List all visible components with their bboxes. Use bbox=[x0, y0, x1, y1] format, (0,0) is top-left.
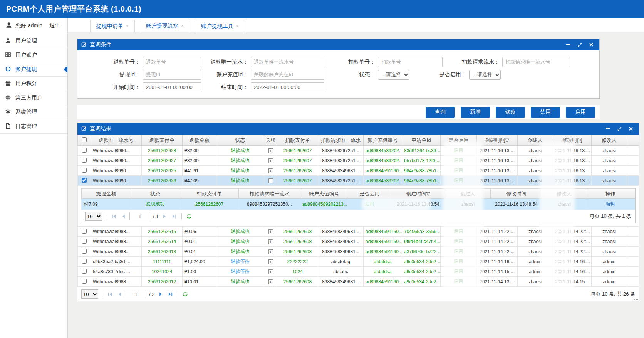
table-row[interactable]: Withdrawal8990...25661262628¥82.00退款成功+2… bbox=[78, 146, 639, 156]
row-checkbox[interactable] bbox=[82, 178, 87, 183]
table-row[interactable]: Withdrawal8988...25661262613¥0.01退款成功+25… bbox=[78, 247, 639, 257]
cell: 退款成功 bbox=[216, 176, 264, 186]
withdraw-id-input[interactable] bbox=[143, 70, 201, 80]
table-row[interactable]: Withdrawal8988...25661262615¥0.06退款成功+25… bbox=[78, 227, 639, 237]
logout-link[interactable]: 退出 bbox=[49, 22, 60, 29]
tab-close-icon[interactable]: × bbox=[236, 24, 239, 29]
tab-close-icon[interactable]: × bbox=[126, 24, 129, 29]
expand-row-icon[interactable]: + bbox=[268, 249, 273, 254]
cell: ad89884589202... bbox=[364, 146, 402, 156]
column-header: 扣款支付单 bbox=[277, 135, 318, 146]
deduct-flow-input[interactable] bbox=[502, 57, 570, 67]
expand-row-icon[interactable]: + bbox=[268, 229, 273, 234]
row-checkbox[interactable] bbox=[82, 158, 87, 163]
close-icon[interactable] bbox=[587, 41, 595, 49]
table-row[interactable]: Withdrawal8988...25661262614¥0.01退款成功+25… bbox=[78, 237, 639, 247]
tab-withdraw-flow[interactable]: 账户提现流水 × bbox=[140, 19, 190, 32]
expand-row-icon[interactable]: + bbox=[268, 239, 273, 244]
resize-grip[interactable] bbox=[634, 297, 638, 301]
collapse-row-icon[interactable]: − bbox=[268, 178, 273, 183]
cell: ad89884591160... bbox=[364, 277, 402, 287]
enable-button[interactable]: 启用 bbox=[566, 107, 595, 118]
page-number-input[interactable] bbox=[126, 290, 146, 298]
sidebar-item-user-management[interactable]: 用户管理 bbox=[0, 34, 67, 48]
select-all-checkbox[interactable] bbox=[82, 137, 87, 142]
expand-row-icon[interactable]: + bbox=[268, 269, 273, 274]
first-page-button[interactable] bbox=[106, 291, 113, 298]
next-page-button[interactable] bbox=[161, 213, 168, 220]
table-row[interactable]: c9b83ba2-ba3d-...11111111¥1,024.00退款等待+2… bbox=[78, 257, 639, 267]
edit-button[interactable]: 修改 bbox=[496, 107, 525, 118]
sidebar-item-user-accounts[interactable]: 用户账户 bbox=[0, 48, 67, 62]
cell: ad89884591160... bbox=[364, 247, 402, 257]
subgrid-data-row[interactable]: ¥47.09提现成功256612626078988458297251350...… bbox=[82, 199, 635, 210]
sidebar-item-account-withdraw[interactable]: 账户提现 bbox=[0, 62, 67, 77]
expand-row-icon[interactable]: + bbox=[268, 259, 273, 264]
tab-withdraw-apply[interactable]: 提现申请单 × bbox=[90, 20, 135, 32]
sidebar-item-system-management[interactable]: 系统管理 bbox=[0, 105, 67, 119]
row-checkbox[interactable] bbox=[82, 168, 87, 173]
add-button[interactable]: 新增 bbox=[461, 107, 490, 118]
row-checkbox[interactable] bbox=[82, 279, 87, 284]
cell: 8988458297251... bbox=[318, 146, 364, 156]
query-panel-header: 查询条件 bbox=[77, 39, 599, 50]
refund-no-input[interactable] bbox=[143, 57, 201, 67]
cell: 25661262608 bbox=[277, 166, 318, 176]
page-size-select[interactable]: 10 bbox=[81, 289, 98, 299]
enabled-select[interactable]: --请选择-- bbox=[469, 70, 501, 80]
refund-flow-input[interactable] bbox=[251, 57, 324, 67]
field-label: 开始时间： bbox=[77, 84, 143, 91]
recharge-id-input[interactable] bbox=[251, 70, 324, 80]
prev-page-button[interactable] bbox=[116, 291, 123, 298]
maximize-icon[interactable] bbox=[615, 125, 624, 133]
expand-row-icon[interactable]: + bbox=[268, 158, 273, 163]
end-time-input[interactable] bbox=[251, 82, 324, 92]
minimize-icon[interactable] bbox=[604, 125, 612, 133]
cell: 25661262608 bbox=[277, 277, 318, 287]
cell: 启用 bbox=[441, 267, 477, 277]
disable-button[interactable]: 禁用 bbox=[531, 107, 560, 118]
sidebar-item-user-points[interactable]: 用户积分 bbox=[0, 77, 67, 91]
expand-row-icon[interactable]: + bbox=[268, 279, 273, 284]
cell: 25661262615 bbox=[142, 227, 183, 237]
row-checkbox[interactable] bbox=[82, 148, 87, 153]
edit-link[interactable]: 编辑 bbox=[586, 199, 635, 210]
page-size-select[interactable]: 10 bbox=[85, 212, 102, 221]
row-checkbox[interactable] bbox=[82, 269, 87, 274]
maximize-icon[interactable] bbox=[575, 41, 584, 49]
row-checkbox[interactable] bbox=[82, 239, 87, 244]
table-row[interactable]: Withdrawal8990...25661262626¥47.09退款成功−2… bbox=[78, 176, 639, 186]
field-label: 状态： bbox=[324, 71, 378, 78]
refresh-icon[interactable] bbox=[182, 291, 189, 298]
table-row[interactable]: Withdrawal8990...25661262627¥82.00退款成功+2… bbox=[78, 156, 639, 166]
table-row[interactable]: Withdrawal8990...25661262625¥41.91退款成功+2… bbox=[78, 166, 639, 176]
tab-withdraw-tools[interactable]: 账户提现工具 × bbox=[195, 20, 245, 32]
tab-close-icon[interactable]: × bbox=[181, 23, 184, 29]
row-checkbox[interactable] bbox=[82, 249, 87, 254]
document-icon bbox=[5, 123, 11, 130]
row-checkbox[interactable] bbox=[82, 229, 87, 234]
expand-row-icon[interactable]: + bbox=[268, 168, 273, 173]
expand-row-icon[interactable]: + bbox=[268, 148, 273, 153]
start-time-input[interactable] bbox=[143, 82, 201, 92]
refresh-icon[interactable] bbox=[186, 213, 193, 220]
row-checkbox-cell bbox=[78, 176, 91, 186]
minimize-icon[interactable] bbox=[564, 41, 572, 49]
last-page-button[interactable] bbox=[171, 213, 178, 220]
sidebar-item-log-management[interactable]: 日志管理 bbox=[0, 119, 67, 134]
expand-cell: − bbox=[264, 176, 277, 186]
table-row[interactable]: 54a8c780-7dec-...10241024¥1.00退款等待+1024a… bbox=[78, 267, 639, 277]
status-select[interactable]: --请选择-- bbox=[378, 70, 409, 80]
cell: afdafdsa bbox=[364, 257, 402, 267]
first-page-button[interactable] bbox=[110, 213, 117, 220]
sidebar-item-third-party-users[interactable]: 第三方用户 bbox=[0, 91, 67, 105]
close-icon[interactable] bbox=[627, 125, 635, 133]
page-number-input[interactable] bbox=[129, 212, 150, 220]
row-checkbox[interactable] bbox=[82, 259, 87, 264]
query-button[interactable]: 查询 bbox=[426, 107, 455, 118]
next-page-button[interactable] bbox=[157, 291, 164, 298]
prev-page-button[interactable] bbox=[120, 213, 127, 220]
table-row[interactable]: Withdrawal8988...25661262612¥10.01退款成功+2… bbox=[78, 277, 639, 287]
last-page-button[interactable] bbox=[167, 291, 174, 298]
deduct-no-input[interactable] bbox=[378, 57, 443, 67]
